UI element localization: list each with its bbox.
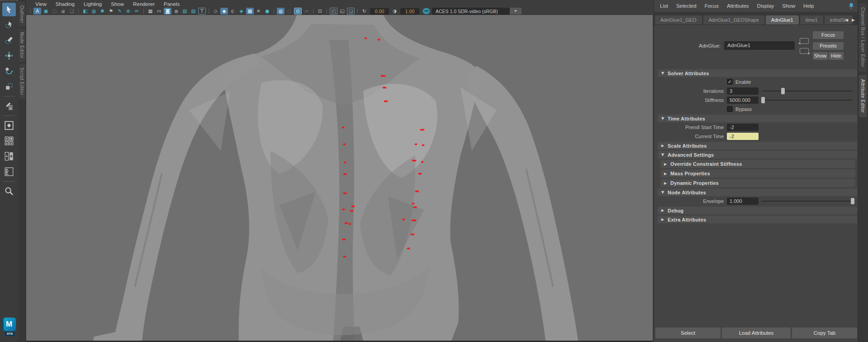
select-button[interactable]: Select xyxy=(655,328,721,338)
ae-menu-list[interactable]: List xyxy=(656,3,672,9)
pin-icon[interactable] xyxy=(849,3,854,11)
select-camera-icon[interactable]: ◧ xyxy=(81,8,89,14)
paint-ball-icon[interactable]: ● xyxy=(263,8,271,14)
viewport-canvas[interactable] xyxy=(26,15,653,341)
section-header-solver-attributes[interactable]: ▼Solver Attributes xyxy=(658,69,857,77)
depth-peel-icon[interactable]: ▱ xyxy=(303,8,310,14)
ambient-occlusion-icon[interactable]: ⊙ xyxy=(294,8,302,14)
iterations-slider[interactable] xyxy=(761,91,853,92)
textured-icon[interactable]: ◈ xyxy=(237,8,245,14)
ae-menu-display[interactable]: Display xyxy=(753,3,778,9)
stiffness-slider[interactable] xyxy=(761,100,853,101)
color-wheel-icon[interactable]: ◕ xyxy=(59,8,67,14)
lock-camera-icon[interactable]: ◍ xyxy=(90,8,98,14)
section-header-mass-properties[interactable]: ▶Mass Properties xyxy=(660,169,855,178)
image-stack-icon[interactable]: ❏ xyxy=(68,8,76,14)
section-header-extra-attributes[interactable]: ▶Extra Attributes xyxy=(658,216,857,223)
panel-tab-outliner[interactable]: Outliner xyxy=(19,2,25,27)
stiffness-field[interactable]: 5000.000 xyxy=(727,96,759,104)
menu-renderer[interactable]: Renderer xyxy=(128,1,159,7)
tab-adnglue1[interactable]: AdnGlue1 xyxy=(766,15,799,24)
envelope-slider[interactable] xyxy=(761,201,853,202)
section-header-debug[interactable]: ▶Debug xyxy=(658,207,857,214)
letter-a-icon[interactable]: A xyxy=(33,8,41,14)
ae-menu-attributes[interactable]: Attributes xyxy=(723,3,753,9)
wireframe-icon[interactable]: ◇ xyxy=(212,8,219,14)
film-gate-icon[interactable]: ▭ xyxy=(155,8,163,14)
load-attributes-button[interactable]: Load Attributes xyxy=(722,328,791,338)
slider-handle[interactable] xyxy=(761,97,765,103)
grease-pencil-icon[interactable]: ✎ xyxy=(116,8,123,14)
panel-tab-script-editor[interactable]: Script Editor xyxy=(19,64,25,99)
xray-active-icon[interactable]: ◲ xyxy=(347,8,355,14)
zoom-search-tool[interactable] xyxy=(2,184,16,198)
lasso-tool[interactable] xyxy=(2,18,16,32)
hud-icon[interactable]: T xyxy=(198,8,206,14)
section-header-time-attributes[interactable]: ▼Time Attributes xyxy=(658,115,857,122)
pan-zoom-icon[interactable]: ⊕ xyxy=(124,8,132,14)
tab-adnglue1-geoshape[interactable]: AdnGlue1_GEOShape xyxy=(703,15,764,24)
gamma-icon[interactable]: ◑ xyxy=(391,8,398,14)
tab-adnglue1-geo[interactable]: AdnGlue1_GEO xyxy=(655,15,702,24)
menu-show[interactable]: Show xyxy=(106,1,128,7)
enable-checkbox[interactable]: ✓ xyxy=(727,79,733,85)
checker-material-icon[interactable]: ▩ xyxy=(246,8,254,14)
bypass-checkbox[interactable] xyxy=(727,106,733,112)
section-header-advanced-settings[interactable]: ▼Advanced Settings xyxy=(658,151,857,159)
exposure-icon[interactable]: ↻ xyxy=(360,8,368,14)
connect-input-icon[interactable]: ◂ xyxy=(800,38,809,44)
preroll-start-time-field[interactable]: -2 xyxy=(727,124,759,131)
tab-scroll-right-icon[interactable]: ▶ xyxy=(850,18,857,22)
annotate-pencil-icon[interactable]: ✏ xyxy=(133,8,141,14)
isolate-select-icon[interactable]: ⊡ xyxy=(316,8,324,14)
menu-lighting[interactable]: Lighting xyxy=(79,1,106,7)
section-header-scale-attributes[interactable]: ▶Scale Attributes xyxy=(658,142,857,149)
scale-tool[interactable] xyxy=(2,80,16,93)
envelope-field[interactable]: 1.000 xyxy=(727,197,759,205)
select-tool[interactable] xyxy=(2,3,16,16)
view-transform-dropdown[interactable]: ACES 1.0 SDR-video (sRGB) xyxy=(432,8,510,14)
ae-menu-show[interactable]: Show xyxy=(778,3,799,9)
resolution-gate-icon[interactable]: ◙ xyxy=(164,8,171,14)
iterations-field[interactable]: 3 xyxy=(727,87,759,95)
paint-effects-tool[interactable] xyxy=(2,99,16,113)
camera-attributes-icon[interactable]: ✱ xyxy=(99,8,106,14)
show-button[interactable]: Show xyxy=(813,52,828,60)
paint-select-tool[interactable] xyxy=(2,34,16,47)
lights-icon[interactable]: ☀ xyxy=(255,8,262,14)
copy-tab-button[interactable]: Copy Tab xyxy=(792,328,857,338)
ae-menu-focus[interactable]: Focus xyxy=(701,3,723,9)
tab-time1[interactable]: time1 xyxy=(800,15,823,24)
slider-handle[interactable] xyxy=(781,88,785,94)
dropdown-arrow-icon[interactable]: ▼ xyxy=(510,8,522,14)
motion-blur-icon[interactable]: ◌ xyxy=(285,8,293,14)
layout-single-pane[interactable] xyxy=(2,119,16,132)
gate-mask-icon[interactable]: ● xyxy=(172,8,180,14)
half-shade-icon[interactable]: ◐ xyxy=(229,8,237,14)
presets-button[interactable]: Presets xyxy=(813,42,844,50)
dashed-frame-icon[interactable]: ▢ xyxy=(51,8,58,14)
current-time-field[interactable]: -2 xyxy=(727,133,759,140)
slider-handle[interactable] xyxy=(851,198,854,204)
grid-icon[interactable]: ▦ xyxy=(147,8,154,14)
layout-two-pane[interactable] xyxy=(2,149,16,163)
field-chart-icon[interactable]: ▧ xyxy=(181,8,189,14)
xray-joints-icon[interactable]: ◱ xyxy=(338,8,346,14)
tab-scroll-left-icon[interactable]: ◀ xyxy=(843,18,850,22)
section-header-node-attributes[interactable]: ▼Node Attributes xyxy=(658,188,857,196)
menu-view[interactable]: View xyxy=(31,1,51,7)
xray-icon[interactable]: ◰ xyxy=(330,8,337,14)
ae-menu-help[interactable]: Help xyxy=(799,3,818,9)
panel-tab-attribute-editor[interactable]: Attribute Editor xyxy=(859,75,867,117)
menu-shading[interactable]: Shading xyxy=(51,1,79,7)
camera-bookmark-icon[interactable]: ⚑ xyxy=(107,8,115,14)
layout-four-pane[interactable] xyxy=(2,134,16,148)
hide-button[interactable]: Hide xyxy=(829,52,844,60)
focus-button[interactable]: Focus xyxy=(813,31,844,39)
shadows-icon[interactable]: ◍ xyxy=(277,8,285,14)
frame-icon[interactable]: ▣ xyxy=(42,8,50,14)
panel-tab-node-editor[interactable]: Node Editor xyxy=(19,29,25,62)
layout-outliner-persp[interactable] xyxy=(2,165,16,178)
ae-menu-selected[interactable]: Selected xyxy=(672,3,701,9)
node-name-field[interactable]: AdnGlue1 xyxy=(724,41,795,50)
